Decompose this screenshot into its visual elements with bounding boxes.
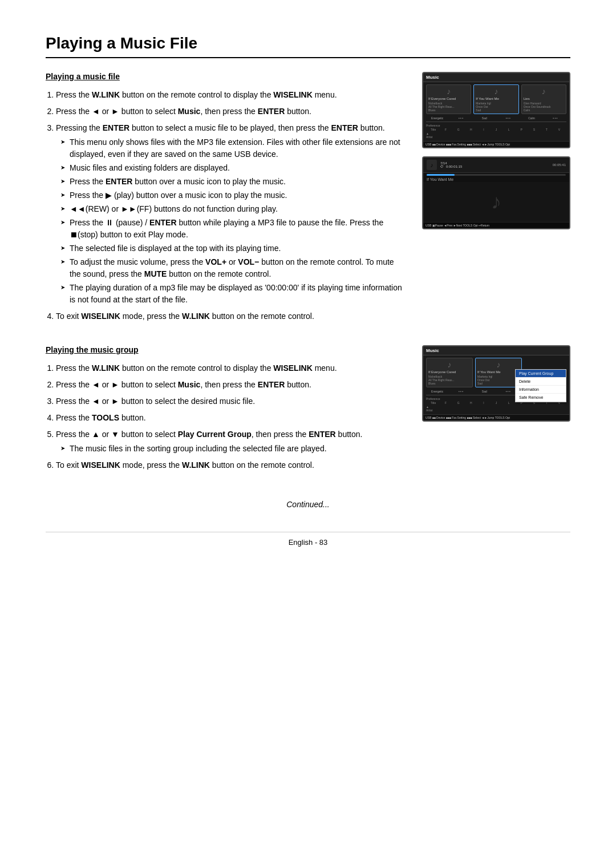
progress-fill [427,174,455,176]
note-6: Press the ⏸ (pause) / ENTER button while… [60,217,405,241]
screen3-header: Music [423,346,569,355]
note-2: Music files and existing folders are dis… [60,162,405,174]
screen-column-2: Music ♪ If Everyone Cared Nickelback All… [422,345,570,477]
section2-title: Playing the music group [46,345,405,354]
s2-step-3: Press the ◄ or ► button to select the de… [56,395,405,407]
progress-bar [427,174,566,176]
s2-step-5: Press the ▲ or ▼ button to select Play C… [56,428,405,455]
music-card-grid: ♪ If Everyone Cared Nickelback All The R… [426,84,566,114]
music-browser-screen: Music ♪ If Everyone Cared Nickelback All… [422,72,570,148]
footer-page-number: English - 83 [46,532,570,547]
screen3-card2-mood: Sad [477,382,520,385]
s2-step-5-notes: The music files in the sorting group inc… [56,443,405,455]
section-playing-music-group: Playing the music group Press the W.LINK… [46,345,570,477]
s2-step-1: Press the W.LINK button on the remote co… [56,362,405,374]
letter-row: TitleFGHIJLPSTV [426,127,566,132]
card1-mood: Blues [428,108,469,112]
s2-step-2: Press the ◄ or ► button to select Music,… [56,379,405,391]
section1-steps: Press the W.LINK button on the remote co… [46,89,405,322]
music-card-3: ♪ Lies Glen Hansard Once Ost Soundtrack … [521,84,566,114]
card3-mood: Calm [524,108,564,112]
remaining-time: 00:05:41 [553,163,566,167]
screen1-usb-bar: USB ■■ Device ■■■ Fav.Setting ■■■ Select… [423,141,569,147]
screen3-music-icon-1: ♪ [428,360,471,369]
screen3-card-grid: ♪ If Everyone Cared Nickelback All The R… [426,358,566,387]
section-playing-music-file: Playing a music file Press the W.LINK bu… [46,72,570,328]
note-3: Press the ENTER button over a music icon… [60,176,405,188]
s2-step-6: To exit WISELINK mode, press the W.LINK … [56,459,405,471]
context-menu-wrapper: Play Current Group Delete Information Sa… [524,358,566,387]
section1-text: Playing a music file Press the W.LINK bu… [46,72,405,328]
playback-music-icon: ♪ [427,160,437,170]
step-4: To exit WISELINK mode, press the W.LINK … [56,310,405,322]
screen3-card1-mood: Blues [428,382,471,385]
card3-title: Lies [524,97,564,100]
step-3-notes: This menu only shows files with the MP3 … [56,136,405,306]
screen3-card2-title: If You Want Me [477,370,520,374]
preference-bar: Preference TitleFGHIJLPSTV ▲ Artist [426,122,566,139]
screen3-usb-bar: USB ■■ Device ■■■ Fav.Setting ■■■ Select… [423,414,569,420]
screen3-music-icon-2: ♪ [477,360,520,369]
s2-step-4: Press the TOOLS button. [56,412,405,424]
card2-title: If You Want Me [476,97,516,100]
note-8: To adjust the music volume, press the VO… [60,256,405,280]
playback-screen: ♪ 7/14 ⏱ 0:00:01:15 00:05:41 If You Want… [422,156,570,229]
big-music-note-icon: ♪ [491,190,501,214]
music-group-screen: Music ♪ If Everyone Cared Nickelback All… [422,345,570,422]
playback-top-bar: ♪ 7/14 ⏱ 0:00:01:15 00:05:41 [423,157,569,173]
menu-item-information[interactable]: Information [516,386,566,394]
elapsed-time: 0:00:01:15 [446,165,462,168]
step-1: Press the W.LINK button on the remote co… [56,89,405,101]
music-card-2: ♪ If You Want Me Marketa Irgl Once Ost S… [473,84,518,114]
screen1-body: ♪ If Everyone Cared Nickelback All The R… [423,82,569,141]
menu-item-delete[interactable]: Delete [516,378,566,386]
screen3-card1-title: If Everyone Cared [428,370,471,374]
music-note-icon-3: ♪ [524,87,564,96]
playback-album-art: ♪ [423,182,569,222]
section1-title: Playing a music file [46,72,405,81]
screen3-card-1: ♪ If Everyone Cared Nickelback All The R… [426,358,473,387]
page-title: Playing a Music File [46,34,570,58]
note-9: The playing duration of a mp3 file may b… [60,282,405,306]
note-4: Press the ▶ (play) button over a music i… [60,189,405,201]
section2-steps: Press the W.LINK button on the remote co… [46,362,405,471]
card2-mood: Sad [476,108,516,112]
context-menu: Play Current Group Delete Information Sa… [515,369,566,402]
step-2: Press the ◄ or ► button to select Music,… [56,106,405,118]
menu-item-safe-remove[interactable]: Safe Remove [516,394,566,402]
clock-icon: ⏱ [440,165,444,168]
step-3: Pressing the ENTER button to select a mu… [56,122,405,306]
music-note-icon-2: ♪ [476,87,516,96]
music-note-icon-1: ♪ [428,87,469,96]
note-1: This menu only shows files with the MP3 … [60,136,405,160]
screen3-body: ♪ If Everyone Cared Nickelback All The R… [423,355,569,414]
song-title-playback: If You Want Me [423,177,569,182]
screen1-header: Music [423,73,569,82]
music-card-1: ♪ If Everyone Cared Nickelback All The R… [426,84,471,114]
playback-time-row: ⏱ 0:00:01:15 [440,165,549,168]
card1-title: If Everyone Cared [428,97,469,100]
note-5: ◄◄(REW) or ►►(FF) buttons do not functio… [60,203,405,215]
playback-usb-bar: USB ▣Pause ◄Prev ►Next TOOLS Opt ↩Return [423,222,569,228]
mood-bar: Energetic • • • Sad • • • Calm • • • [426,116,566,120]
s2-note-1: The music files in the sorting group inc… [60,443,405,455]
playback-track-info: 7/14 ⏱ 0:00:01:15 [440,161,549,168]
screen-column-1: Music ♪ If Everyone Cared Nickelback All… [422,72,570,328]
section2-text: Playing the music group Press the W.LINK… [46,345,405,477]
continued-label: Continued... [46,500,570,509]
note-7: The selected file is displayed at the to… [60,242,405,254]
menu-item-play-current-group[interactable]: Play Current Group [516,370,566,378]
